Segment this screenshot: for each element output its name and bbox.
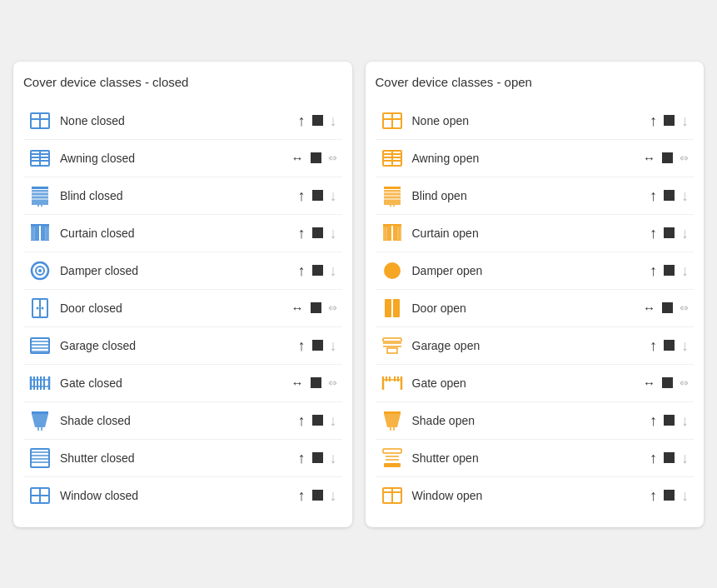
table-row: Awning open↔⇔ (376, 140, 695, 177)
ctrl-btn-3[interactable]: ↓ (680, 187, 690, 205)
table-row: Gate open↔⇔ (376, 365, 695, 402)
ctrl-btn-1[interactable]: ↑ (296, 486, 307, 505)
ctrl-btn-3[interactable]: ↓ (680, 262, 690, 280)
ctrl-btn-3[interactable]: ⇔ (678, 301, 690, 315)
ctrl-square[interactable] (662, 152, 673, 163)
ctrl-square[interactable] (311, 302, 321, 313)
item-label: Door closed (60, 301, 283, 315)
item-controls: ↑↓ (296, 336, 339, 355)
ctrl-btn-1[interactable]: ↑ (648, 336, 659, 355)
curtain-icon (27, 220, 53, 247)
ctrl-btn-3[interactable]: ↓ (328, 224, 339, 242)
item-controls: ↑↓ (296, 411, 339, 430)
garage-icon (27, 332, 53, 359)
item-controls: ↑↓ (648, 112, 690, 130)
ctrl-btn-3[interactable]: ↓ (680, 449, 690, 467)
ctrl-square[interactable] (312, 115, 323, 126)
ctrl-btn-1[interactable]: ↑ (648, 486, 659, 505)
ctrl-btn-1[interactable]: ↔ (290, 300, 306, 316)
item-label: Garage open (412, 339, 642, 352)
ctrl-square[interactable] (312, 265, 323, 276)
ctrl-square[interactable] (311, 377, 321, 388)
ctrl-btn-3[interactable]: ⇔ (326, 376, 339, 390)
ctrl-btn-3[interactable]: ↓ (680, 112, 690, 130)
ctrl-btn-3[interactable]: ↓ (680, 411, 690, 430)
ctrl-btn-3[interactable]: ↓ (680, 486, 690, 505)
table-row: Garage closed↑↓ (23, 327, 342, 365)
svg-point-28 (42, 306, 44, 309)
ctrl-btn-1[interactable]: ↔ (641, 375, 657, 391)
ctrl-square[interactable] (664, 415, 675, 426)
ctrl-btn-3[interactable]: ↓ (680, 336, 690, 355)
ctrl-btn-3[interactable]: ⇔ (326, 151, 339, 165)
ctrl-btn-1[interactable]: ↑ (648, 262, 659, 280)
ctrl-square[interactable] (664, 227, 675, 238)
panel-open: Cover device classes - open None open↑↓ … (366, 62, 705, 527)
item-label: Damper open (412, 264, 642, 277)
ctrl-btn-1[interactable]: ↑ (296, 187, 307, 205)
ctrl-btn-3[interactable]: ↓ (328, 411, 339, 430)
item-label: Curtain open (412, 227, 642, 240)
item-controls: ↑↓ (648, 224, 690, 242)
ctrl-btn-3[interactable]: ↓ (328, 336, 339, 355)
table-row: Shutter closed↑↓ (23, 440, 342, 477)
ctrl-square[interactable] (662, 377, 673, 388)
item-controls: ↑↓ (296, 262, 339, 280)
ctrl-btn-3[interactable]: ↓ (328, 486, 339, 505)
svg-point-76 (384, 262, 401, 279)
table-row: Awning closed↔⇔ (23, 140, 342, 177)
ctrl-square[interactable] (664, 340, 675, 351)
ctrl-square[interactable] (312, 227, 323, 238)
svg-rect-82 (387, 348, 397, 353)
ctrl-btn-1[interactable]: ↔ (641, 300, 657, 316)
ctrl-btn-1[interactable]: ↑ (296, 449, 307, 467)
ctrl-btn-1[interactable]: ↑ (296, 336, 307, 355)
ctrl-square[interactable] (311, 152, 321, 163)
ctrl-square[interactable] (664, 265, 675, 276)
item-label: Window open (412, 489, 642, 502)
item-label: Window closed (60, 489, 290, 502)
ctrl-square[interactable] (312, 452, 323, 463)
panel-closed: Cover device classes - closed None close… (13, 62, 352, 527)
item-controls: ↑↓ (296, 224, 339, 242)
table-row: Blind open↑↓ (376, 177, 695, 215)
ctrl-btn-3[interactable]: ↓ (328, 449, 339, 467)
ctrl-btn-3[interactable]: ⇔ (326, 301, 339, 315)
ctrl-square[interactable] (312, 415, 323, 426)
ctrl-btn-3[interactable]: ⇔ (678, 151, 690, 165)
ctrl-btn-1[interactable]: ↔ (290, 150, 306, 166)
ctrl-btn-1[interactable]: ↑ (296, 262, 307, 280)
ctrl-btn-1[interactable]: ↑ (296, 411, 307, 430)
ctrl-btn-1[interactable]: ↑ (648, 449, 659, 467)
garage-open-icon (379, 332, 406, 359)
awning-icon (27, 145, 53, 172)
ctrl-btn-1[interactable]: ↔ (290, 375, 306, 391)
shade-icon (379, 407, 406, 434)
ctrl-btn-1[interactable]: ↑ (648, 411, 659, 430)
ctrl-btn-1[interactable]: ↑ (648, 187, 659, 205)
ctrl-square[interactable] (312, 190, 323, 201)
ctrl-square[interactable] (664, 490, 675, 501)
ctrl-btn-1[interactable]: ↑ (296, 112, 307, 130)
svg-marker-43 (32, 414, 48, 427)
ctrl-btn-3[interactable]: ⇔ (678, 376, 690, 390)
ctrl-square[interactable] (664, 190, 675, 201)
table-row: Garage open↑↓ (376, 327, 695, 365)
ctrl-square[interactable] (664, 452, 675, 463)
ctrl-square[interactable] (664, 115, 675, 126)
svg-rect-90 (384, 411, 401, 414)
ctrl-btn-3[interactable]: ↓ (328, 112, 339, 130)
ctrl-btn-3[interactable]: ↓ (328, 262, 339, 280)
ctrl-btn-3[interactable]: ↓ (680, 224, 690, 242)
ctrl-btn-1[interactable]: ↑ (648, 224, 659, 242)
table-row: Shutter open↑↓ (376, 440, 695, 477)
ctrl-btn-3[interactable]: ↓ (328, 187, 339, 205)
ctrl-btn-1[interactable]: ↑ (296, 224, 307, 242)
ctrl-btn-1[interactable]: ↔ (641, 150, 657, 166)
svg-rect-79 (383, 338, 401, 341)
ctrl-square[interactable] (662, 302, 673, 313)
item-controls: ↔⇔ (641, 150, 690, 166)
ctrl-btn-1[interactable]: ↑ (648, 112, 659, 130)
ctrl-square[interactable] (312, 490, 323, 501)
ctrl-square[interactable] (312, 340, 323, 351)
